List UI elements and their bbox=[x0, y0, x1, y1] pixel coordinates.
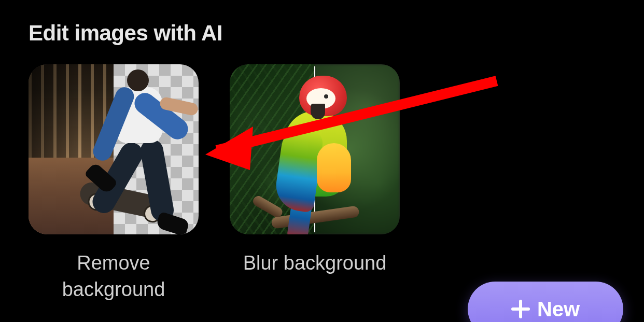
remove-background-card[interactable]: Remove background bbox=[29, 64, 199, 303]
blur-background-card[interactable]: Blur background bbox=[230, 64, 400, 303]
blur-background-thumbnail bbox=[230, 64, 400, 234]
plus-icon bbox=[511, 300, 530, 318]
section-title: Edit images with AI bbox=[29, 21, 615, 46]
blur-background-label: Blur background bbox=[243, 250, 387, 276]
new-button-label: New bbox=[537, 298, 580, 321]
remove-background-label: Remove background bbox=[36, 250, 191, 303]
ai-edit-cards-row: Remove background Blur back bbox=[29, 64, 615, 303]
new-button[interactable]: New bbox=[468, 282, 623, 322]
remove-background-thumbnail bbox=[29, 64, 199, 234]
